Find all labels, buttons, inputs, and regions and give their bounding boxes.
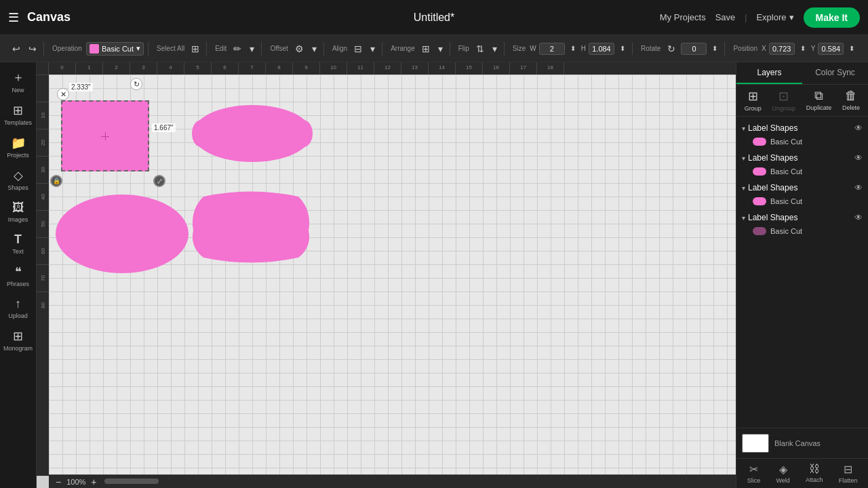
position-y-stepper[interactable]: ⬍ [846,43,857,54]
zoom-minus-button[interactable]: − [56,476,61,487]
group-button[interactable]: ⊞ Group [745,89,762,112]
shape-crosshair [101,132,109,140]
sidebar-item-text[interactable]: T Text [1,228,35,259]
sidebar-item-images[interactable]: 🖼 Images [1,197,35,227]
align-label: Align [332,45,347,52]
layer-color-swatch-1 [753,138,766,146]
flatten-button[interactable]: ⊟ Flatten [839,463,858,484]
layer-item-1[interactable]: Basic Cut [736,136,868,148]
offset-label: Offset [270,45,288,52]
ruler-mark-v: 60 [37,237,49,264]
ruler-mark: 0 [49,62,76,75]
select-all-group: Select All ⊞ [153,42,207,56]
ruler-mark: 13 [401,62,429,75]
shape-label-oval1[interactable] [191,98,313,169]
undo-button[interactable]: ↩ [9,42,23,56]
sidebar-item-upload[interactable]: ↑ Upload [1,293,35,323]
size-w-stepper[interactable]: ⬍ [568,43,578,54]
offset-dropdown[interactable]: ▾ [309,42,319,56]
position-y-input[interactable] [818,43,844,55]
align-dropdown[interactable]: ▾ [368,42,378,56]
position-x-label: X [762,45,766,52]
layer-visibility-icon-1[interactable]: 👁 [854,123,863,133]
my-projects-button[interactable]: My Projects [660,12,706,22]
edit-label: Edit [215,45,226,52]
layer-group-header-3[interactable]: ▾ Label Shapes 👁 [736,180,868,195]
rotate-input[interactable] [681,43,707,55]
position-x-stepper[interactable]: ⬍ [797,43,808,54]
shape-big-oval[interactable] [54,193,190,274]
layer-group-name-4: Label Shapes [748,213,852,222]
layer-item-4[interactable]: Basic Cut [736,225,868,237]
canvas-area[interactable]: 0 1 2 3 4 5 6 7 8 9 10 11 12 13 14 15 16… [37,62,736,488]
sidebar-item-phrases[interactable]: ❝ Phrases [1,260,35,291]
operation-value: Basic Cut [102,45,134,53]
rotate-handle[interactable]: ↻ [130,78,142,90]
layer-visibility-icon-2[interactable]: 👁 [854,153,863,163]
sidebar-item-monogram[interactable]: ⊞ Monogram [1,325,35,356]
weld-button[interactable]: ◈ Weld [776,463,789,484]
flip-group: Flip ⇅ ▾ [454,42,505,56]
sidebar-label-text: Text [12,248,24,255]
ungroup-button[interactable]: ⊡ Ungroup [772,89,796,112]
edit-button[interactable]: ✏ [231,42,244,56]
toolbar: ↩ ↪ Operation Basic Cut ▾ Select All ⊞ E… [0,35,868,62]
arrange-dropdown[interactable]: ▾ [435,42,446,56]
scale-handle[interactable]: ⤢ [153,175,165,187]
sidebar-item-templates[interactable]: ⊞ Templates [1,99,35,130]
operation-dropdown[interactable]: Basic Cut ▾ [86,42,144,56]
rotate-stepper[interactable]: ⬍ [709,43,720,54]
shape-fancy-label[interactable] [190,190,312,271]
layer-item-label-3: Basic Cut [770,197,802,205]
sidebar-item-projects[interactable]: 📁 Projects [1,131,35,163]
flip-dropdown[interactable]: ▾ [490,42,500,56]
size-w-input[interactable] [539,43,565,55]
flip-button[interactable]: ⇅ [473,42,487,56]
lock-handle[interactable]: 🔒 [50,175,62,187]
align-button[interactable]: ⊟ [351,42,365,56]
right-panel-tabs: Layers Color Sync [736,62,868,85]
layer-group-header-4[interactable]: ▾ Label Shapes 👁 [736,210,868,225]
menu-icon[interactable]: ☰ [8,10,19,25]
edit-dropdown[interactable]: ▾ [247,42,257,56]
size-h-input[interactable] [589,43,614,55]
size-h-stepper[interactable]: ⬍ [617,43,628,54]
arrange-button[interactable]: ⊞ [419,42,433,56]
sidebar-item-shapes[interactable]: ◇ Shapes [1,164,35,195]
make-it-button[interactable]: Make It [804,7,860,28]
layer-group-header-1[interactable]: ▾ Label Shapes 👁 [736,121,868,136]
ruler-mark: 9 [293,62,320,75]
ruler-mark: 10 [320,62,347,75]
attach-icon: ⛓ [809,463,820,475]
select-all-button[interactable]: ⊞ [189,42,202,56]
close-button[interactable]: ✕ [57,88,69,100]
tab-color-sync[interactable]: Color Sync [802,62,868,84]
operation-chevron-icon: ▾ [136,44,140,53]
slice-button[interactable]: ✂ Slice [747,463,761,484]
delete-button[interactable]: 🗑 Delete [842,89,860,112]
canvas-grid[interactable]: ✕ ↻ 🔒 ⤢ 2.333" 1.667" [49,75,736,474]
duplicate-button[interactable]: ⧉ Duplicate [806,89,832,112]
layer-visibility-icon-3[interactable]: 👁 [854,183,863,192]
zoom-plus-button[interactable]: + [91,476,96,487]
horizontal-scrollbar[interactable] [104,479,159,484]
layer-item-2[interactable]: Basic Cut [736,165,868,178]
sidebar-item-new[interactable]: ＋ New [1,65,35,98]
offset-button[interactable]: ⚙ [292,42,307,56]
rotate-icon[interactable]: ↻ [665,42,678,56]
shape-rectangle[interactable] [61,100,149,171]
topbar: ☰ Canvas Untitled* My Projects Save | Ex… [0,0,868,35]
redo-button[interactable]: ↪ [26,42,39,56]
explore-button[interactable]: Explore ▾ [756,12,793,22]
attach-button[interactable]: ⛓ Attach [806,463,823,484]
tab-layers[interactable]: Layers [736,62,802,84]
sidebar-label-shapes: Shapes [7,184,28,191]
layer-group-header-2[interactable]: ▾ Label Shapes 👁 [736,150,868,165]
layer-item-3[interactable]: Basic Cut [736,195,868,207]
zoom-level: 100% [66,478,85,486]
save-button[interactable]: Save [715,12,736,22]
ruler-mark-v: 20 [37,129,49,156]
layer-visibility-icon-4[interactable]: 👁 [854,213,863,222]
position-x-input[interactable] [769,43,795,55]
layer-color-swatch-2 [753,167,766,176]
